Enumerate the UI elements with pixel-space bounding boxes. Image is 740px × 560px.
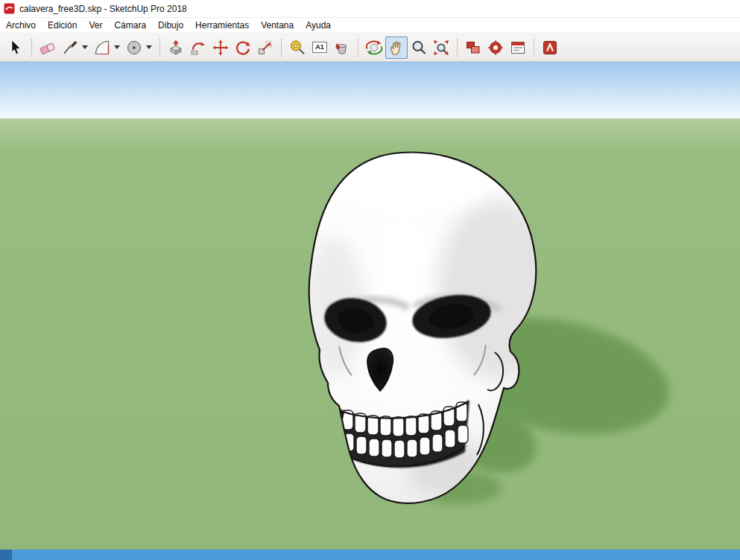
pan-hand-icon (388, 39, 405, 57)
main-toolbar: A1 (0, 34, 740, 62)
panels-icon (509, 39, 527, 57)
orbit-tool-button[interactable] (363, 36, 385, 59)
menu-edicion[interactable]: Edición (42, 19, 83, 32)
menu-bar: Archivo Edición Ver Cámara Dibujo Herram… (0, 18, 740, 34)
modeling-viewport[interactable] (0, 62, 740, 550)
tape-measure-tool-button[interactable] (286, 36, 309, 59)
line-tool-dropdown[interactable] (82, 45, 88, 49)
shapes-tool-button[interactable] (123, 36, 145, 59)
move-icon (212, 39, 230, 57)
move-tool-button[interactable] (209, 36, 232, 59)
eraser-tool-button[interactable] (37, 36, 59, 59)
menu-archivo[interactable]: Archivo (0, 19, 42, 32)
text-tool-label: A1 (315, 44, 324, 51)
viewport-canvas[interactable] (0, 62, 740, 550)
toolbar-separator (358, 38, 358, 57)
layout-icon (541, 39, 559, 57)
pan-tool-button[interactable] (385, 36, 408, 59)
menu-dibujo[interactable]: Dibujo (152, 19, 189, 32)
window-title: calavera_free3D.skp - SketchUp Pro 2018 (19, 4, 187, 14)
styles-icon (487, 39, 505, 57)
followme-tool-button[interactable] (187, 36, 209, 59)
paint-bucket-tool-button[interactable] (331, 36, 353, 59)
sketchup-file-icon (4, 3, 15, 14)
bottom-bar-corner (0, 550, 12, 560)
orbit-icon (365, 39, 383, 57)
styles-tool-button[interactable] (484, 36, 507, 59)
toolbar-separator (534, 38, 534, 57)
title-bar: calavera_free3D.skp - SketchUp Pro 2018 (0, 0, 740, 18)
zoom-extents-icon (432, 39, 450, 57)
paint-bucket-icon (333, 39, 351, 57)
arc-fan-icon (93, 39, 111, 57)
bottom-bar (0, 550, 740, 560)
scale-icon (256, 39, 274, 57)
circle-shape-icon (125, 39, 143, 57)
toolbar-separator (31, 38, 32, 57)
select-tool-button[interactable] (4, 36, 27, 59)
sketchup-window: calavera_free3D.skp - SketchUp Pro 2018 … (0, 0, 740, 560)
menu-camara[interactable]: Cámara (108, 19, 152, 32)
zoom-extents-tool-button[interactable] (430, 36, 452, 59)
menu-ventana[interactable]: Ventana (255, 19, 300, 32)
pushpull-icon (167, 39, 185, 57)
text-tool-icon: A1 (312, 42, 327, 53)
rotate-tool-button[interactable] (232, 36, 254, 59)
menu-herramientas[interactable]: Herramientas (189, 19, 255, 32)
text-tool-button[interactable]: A1 (309, 36, 331, 59)
menu-ayuda[interactable]: Ayuda (300, 19, 337, 32)
arc-tool-button[interactable] (91, 36, 113, 59)
toolbar-separator (281, 38, 282, 57)
layout-tool-button[interactable] (539, 36, 561, 59)
arc-tool-dropdown[interactable] (114, 45, 120, 49)
toolbar-separator (159, 38, 160, 57)
sky (0, 62, 740, 121)
menu-ver[interactable]: Ver (83, 19, 108, 32)
zoom-icon (410, 39, 428, 57)
shapes-tool-dropdown[interactable] (146, 45, 152, 49)
panels-tool-button[interactable] (507, 36, 529, 59)
tape-measure-icon (288, 39, 306, 57)
rotate-icon (234, 39, 252, 57)
warehouse-icon (464, 39, 482, 57)
warehouse-tool-button[interactable] (462, 36, 484, 59)
select-arrow-icon (7, 39, 25, 57)
line-tool-button[interactable] (59, 36, 81, 59)
zoom-tool-button[interactable] (408, 36, 430, 59)
follow-me-icon (189, 39, 207, 57)
toolbar-separator (457, 38, 458, 57)
scale-tool-button[interactable] (254, 36, 276, 59)
pencil-icon (61, 39, 79, 57)
pushpull-tool-button[interactable] (165, 36, 187, 59)
eraser-icon (39, 39, 57, 57)
